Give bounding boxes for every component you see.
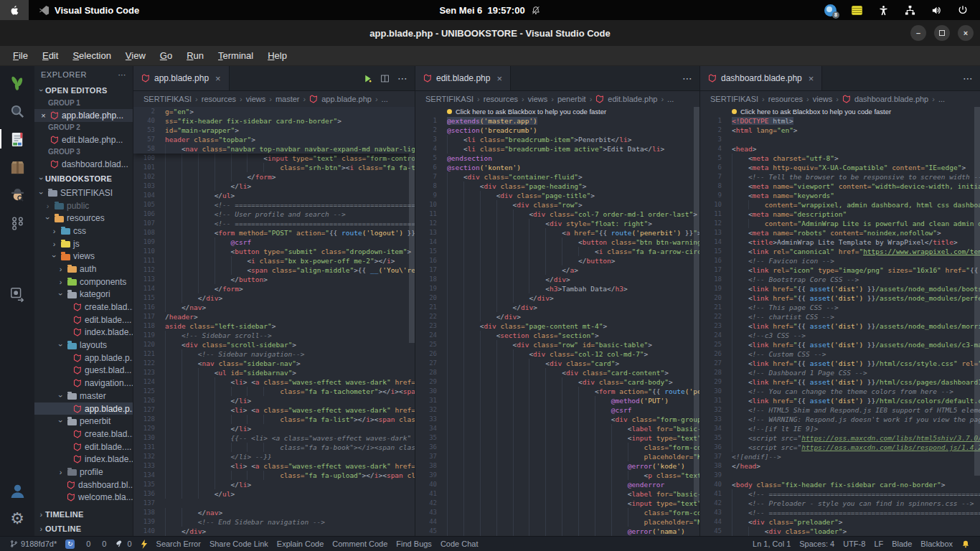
tree-file[interactable]: create.blad...	[34, 301, 133, 314]
scrollbar[interactable]	[974, 107, 980, 536]
tab-close-icon[interactable]: ×	[215, 73, 221, 84]
volume-icon[interactable]	[929, 2, 943, 18]
more-actions-icon[interactable]: ⋯	[682, 72, 692, 84]
tree-folder[interactable]: ›kategori	[34, 288, 133, 301]
status-item-comment-code[interactable]: Comment Code	[328, 540, 392, 548]
breadcrumb-item[interactable]: master	[275, 95, 300, 103]
account-icon[interactable]	[5, 480, 29, 501]
tab-dashboard.blade.php[interactable]: dashboard.blade.php×	[700, 66, 822, 90]
status-item-0[interactable]: 0	[110, 540, 136, 548]
breadcrumb[interactable]: SERTIFIKASI›resources›views›dashboard.bl…	[700, 91, 980, 107]
breadcrumb-item[interactable]: views	[813, 95, 833, 103]
open-editors-section[interactable]: › OPEN EDITORS	[34, 83, 133, 98]
status-item[interactable]: ↻	[61, 540, 79, 549]
blackbox-hint[interactable]: Click here to ask Blackbox to help you c…	[700, 107, 980, 116]
menu-item-run[interactable]: Run	[179, 48, 211, 63]
status-item-ln-1-col-1[interactable]: Ln 1, Col 1	[748, 540, 795, 548]
workspace-root-section[interactable]: › UNIBOOKSTORE	[34, 171, 133, 187]
menu-item-selection[interactable]: Selection	[65, 48, 118, 63]
breadcrumb-more[interactable]: ...	[938, 95, 945, 103]
clock-menu[interactable]: Sen Mei 6 19:57:00	[439, 5, 540, 16]
breadcrumb[interactable]: SERTIFIKASI›resources›views›master›app.b…	[133, 91, 415, 107]
notes-icon[interactable]	[849, 2, 864, 18]
tree-file[interactable]: edit.blade....	[34, 314, 133, 326]
close-icon[interactable]: ×	[39, 111, 47, 120]
tab-close-icon[interactable]: ×	[809, 73, 814, 84]
tree-folder[interactable]: ›css	[34, 225, 133, 237]
status-item-blackbox[interactable]: Blackbox	[916, 540, 957, 548]
code-area[interactable]: Click here to ask Blackbox to help you c…	[700, 107, 980, 536]
outline-section[interactable]: › OUTLINE	[34, 522, 133, 536]
explorer-more-actions-icon[interactable]: ⋯	[118, 70, 127, 80]
tab-app.blade.php[interactable]: app.blade.php×	[133, 66, 230, 90]
focused-app-indicator[interactable]: Visual Studio Code	[39, 5, 139, 16]
status-item-share-code-link[interactable]: Share Code Link	[205, 540, 273, 548]
split-editor-button[interactable]	[380, 74, 390, 83]
breadcrumb-item[interactable]: SERTIFIKASI	[425, 95, 473, 103]
tree-folder[interactable]: ›layouts	[34, 339, 133, 352]
tree-folder[interactable]: ›master	[34, 390, 133, 402]
status-item-utf-8[interactable]: UTF-8	[839, 540, 870, 548]
close-button[interactable]: ×	[958, 25, 974, 41]
apple-menu[interactable]	[0, 0, 29, 20]
breadcrumb-file[interactable]: edit.blade.php	[608, 95, 657, 103]
menu-item-file[interactable]: File	[6, 48, 35, 63]
blackbox-hint[interactable]: Click here to ask Blackbox to help you c…	[415, 107, 699, 116]
breadcrumb-item[interactable]: penerbit	[557, 95, 586, 103]
app-updates-icon[interactable]: 8	[823, 2, 837, 18]
maximize-button[interactable]	[934, 25, 950, 41]
menu-item-terminal[interactable]: Terminal	[211, 48, 260, 63]
status-item-blade[interactable]: Blade	[887, 540, 916, 548]
breadcrumb-item[interactable]: resources	[202, 95, 236, 103]
open-editor-item[interactable]: ×dashboard.blad...	[34, 158, 133, 171]
search-icon[interactable]	[5, 100, 29, 122]
tab-close-icon[interactable]: ×	[496, 73, 502, 84]
explorer-leaf-icon[interactable]	[5, 72, 29, 94]
status-item[interactable]	[957, 540, 974, 549]
tree-folder[interactable]: ›penerbit	[34, 415, 133, 428]
tree-file[interactable]: navigation....	[34, 377, 133, 390]
breadcrumb-item[interactable]: views	[528, 95, 548, 103]
tree-folder[interactable]: ›components	[34, 276, 133, 288]
remote-debug-icon[interactable]	[5, 283, 29, 305]
code-area[interactable]: 2g="en">40ss="fix-header fix-sidebar car…	[133, 107, 415, 536]
status-item-0[interactable]: 0	[79, 540, 95, 548]
tree-file[interactable]: edit.blade....	[34, 441, 133, 453]
tree-file[interactable]: dashboard.bl...	[34, 479, 133, 491]
tree-file[interactable]: app.blade.p...	[34, 402, 133, 415]
accessibility-icon[interactable]	[876, 2, 890, 18]
menu-item-help[interactable]: Help	[260, 48, 294, 63]
tree-file[interactable]: index.blade...	[34, 326, 133, 339]
tree-folder[interactable]: ›views	[34, 250, 133, 263]
more-actions-icon[interactable]: ⋯	[963, 72, 973, 84]
status-item-code-chat[interactable]: Code Chat	[436, 540, 483, 548]
scrollbar-thumb[interactable]	[694, 107, 699, 501]
status-item-spaces-4[interactable]: Spaces: 4	[795, 540, 839, 548]
minimize-button[interactable]: –	[910, 25, 926, 41]
status-item-0[interactable]: 0	[95, 540, 110, 548]
window-title-bar[interactable]: app.blade.php - UNIBOOKSTORE - Visual St…	[0, 20, 980, 46]
notes-document-icon[interactable]	[5, 128, 29, 150]
power-icon[interactable]	[956, 2, 970, 18]
open-editor-item[interactable]: ×app.blade.php...	[34, 109, 133, 122]
open-editor-item[interactable]: ×edit.blade.php...	[34, 133, 133, 146]
tree-file[interactable]: create.blad...	[34, 428, 133, 441]
breadcrumb-file[interactable]: dashboard.blade.php	[854, 95, 928, 103]
tree-file[interactable]: welcome.bla...	[34, 491, 133, 504]
status-item-explain-code[interactable]: Explain Code	[273, 540, 328, 548]
tree-folder[interactable]: ›profile	[34, 466, 133, 479]
status-item-lf[interactable]: LF	[870, 540, 887, 548]
tree-folder[interactable]: ›auth	[34, 263, 133, 276]
status-item-find-bugs[interactable]: Find Bugs	[392, 540, 436, 548]
code-area[interactable]: Click here to ask Blackbox to help you c…	[415, 107, 699, 536]
tree-folder[interactable]: ›public	[34, 199, 133, 212]
status-item[interactable]	[136, 540, 152, 549]
menu-item-view[interactable]: View	[118, 48, 153, 63]
breadcrumb[interactable]: SERTIFIKASI›resources›views›penerbit›edi…	[415, 91, 699, 107]
breadcrumb-item[interactable]: resources	[484, 95, 518, 103]
menu-item-edit[interactable]: Edit	[35, 48, 65, 63]
tree-file[interactable]: guest.blad...	[34, 364, 133, 377]
more-actions-icon[interactable]: ⋯	[397, 72, 407, 84]
breadcrumb-file[interactable]: app.blade.php	[321, 95, 372, 103]
breadcrumb-item[interactable]: resources	[768, 95, 803, 103]
